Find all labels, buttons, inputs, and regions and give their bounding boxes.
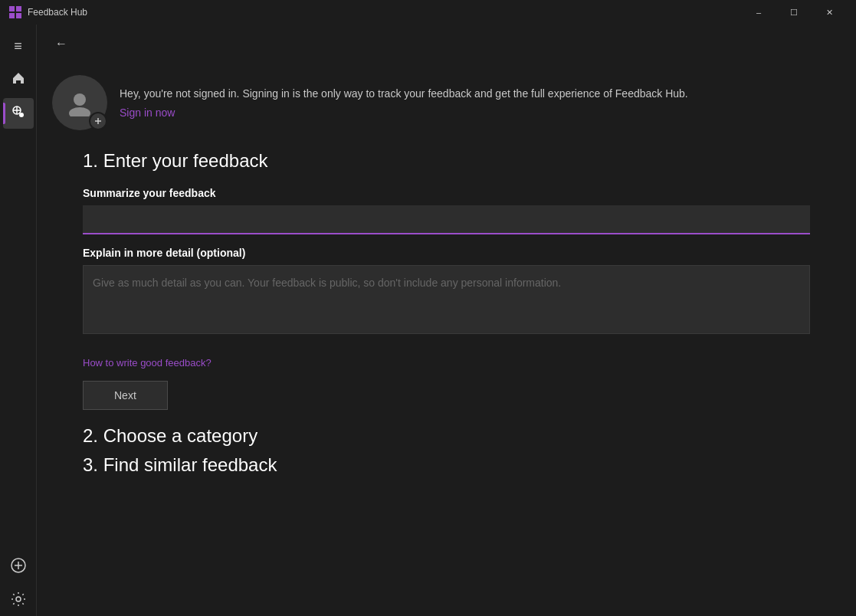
- avatar-add-icon: [89, 112, 107, 130]
- app-body: ≡: [0, 25, 856, 616]
- minimize-button[interactable]: –: [741, 0, 776, 25]
- svg-point-11: [16, 597, 21, 601]
- detail-label: Explain in more detail (optional): [83, 247, 810, 259]
- title-bar-left: Feedback Hub: [9, 6, 87, 18]
- next-button-container: Next: [83, 381, 810, 410]
- title-bar: Feedback Hub – ☐ ✕: [0, 0, 856, 25]
- settings-icon: [11, 591, 26, 611]
- settings-button[interactable]: [3, 585, 34, 616]
- home-button[interactable]: [3, 64, 34, 95]
- summary-input[interactable]: [83, 205, 810, 234]
- hamburger-button[interactable]: ≡: [3, 31, 34, 61]
- svg-point-12: [74, 93, 86, 106]
- home-icon: [11, 70, 26, 90]
- app-title: Feedback Hub: [28, 7, 87, 18]
- signin-banner: Hey, you're not signed in. Signing in is…: [37, 63, 856, 143]
- next-button[interactable]: Next: [83, 381, 168, 410]
- add-icon: [10, 557, 27, 578]
- avatar: [52, 75, 107, 130]
- svg-point-5: [19, 113, 24, 117]
- back-row: ←: [37, 25, 856, 63]
- step3-heading: 3. Find similar feedback: [83, 454, 810, 476]
- feedback-button[interactable]: [3, 98, 34, 129]
- step2-heading: 2. Choose a category: [83, 425, 810, 447]
- content-area: ← Hey, you're not signed in. Signing in …: [37, 25, 856, 616]
- main-content: 1. Enter your feedback Summarize your fe…: [37, 143, 856, 491]
- step1-heading: 1. Enter your feedback: [83, 150, 810, 172]
- add-button[interactable]: [3, 552, 34, 582]
- summary-label: Summarize your feedback: [83, 187, 810, 199]
- svg-rect-1: [16, 6, 21, 11]
- signin-description: Hey, you're not signed in. Signing in is…: [120, 87, 688, 102]
- back-button[interactable]: ←: [52, 34, 71, 54]
- help-link[interactable]: How to write good feedback?: [83, 357, 212, 369]
- detail-field-section: Explain in more detail (optional): [83, 247, 810, 337]
- svg-rect-3: [16, 13, 21, 18]
- back-icon: ←: [55, 37, 67, 51]
- svg-point-13: [69, 107, 90, 116]
- svg-rect-2: [9, 13, 15, 18]
- app-icon: [9, 6, 21, 18]
- sign-in-link[interactable]: Sign in now: [120, 106, 688, 119]
- close-button[interactable]: ✕: [812, 0, 847, 25]
- summary-field-section: Summarize your feedback: [83, 187, 810, 234]
- signin-text: Hey, you're not signed in. Signing in is…: [120, 87, 688, 119]
- feedback-icon: [11, 104, 26, 123]
- sidebar: ≡: [0, 25, 37, 616]
- avatar-person-icon: [66, 89, 93, 116]
- maximize-button[interactable]: ☐: [776, 0, 812, 25]
- svg-rect-0: [9, 6, 15, 11]
- detail-textarea[interactable]: [83, 265, 810, 334]
- title-bar-controls: – ☐ ✕: [741, 0, 847, 25]
- hamburger-icon: ≡: [14, 38, 22, 54]
